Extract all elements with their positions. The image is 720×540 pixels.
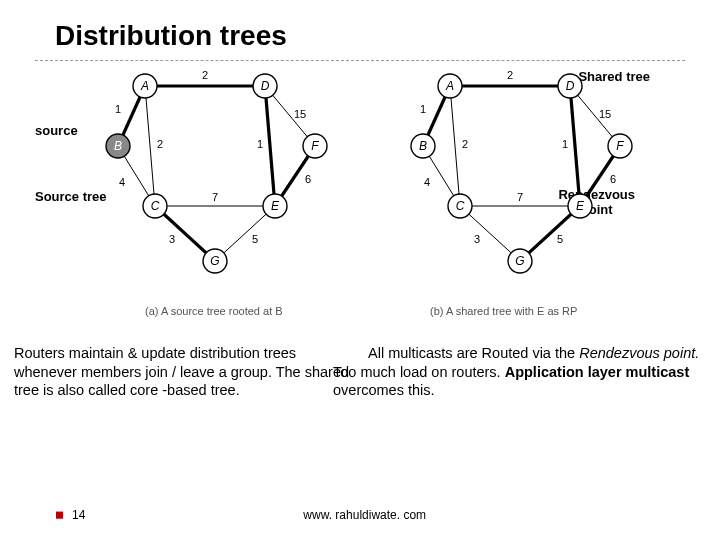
svg-text:1: 1	[420, 103, 426, 115]
svg-text:6: 6	[305, 173, 311, 185]
paragraph-right: All multicasts are Routed via the Rendez…	[368, 344, 706, 400]
caption-a: (a) A source tree rooted at B	[145, 305, 283, 317]
paragraph-row: Routers maintain & update distribution t…	[0, 326, 720, 400]
graph-right: 21215146735ADBFCEG	[405, 61, 640, 296]
svg-line-38	[450, 86, 460, 206]
svg-text:5: 5	[557, 233, 563, 245]
svg-text:B: B	[419, 139, 427, 153]
svg-text:15: 15	[599, 108, 611, 120]
svg-text:D: D	[566, 79, 575, 93]
svg-text:15: 15	[294, 108, 306, 120]
para-r2b: Application layer multicast	[505, 364, 690, 380]
svg-text:2: 2	[202, 69, 208, 81]
page-number: 14	[72, 508, 85, 522]
svg-text:G: G	[515, 254, 524, 268]
svg-text:7: 7	[212, 191, 218, 203]
svg-text:1: 1	[257, 138, 263, 150]
svg-text:1: 1	[115, 103, 121, 115]
caption-b: (b) A shared tree with E as RP	[430, 305, 577, 317]
para-r1b: Rendezvous point.	[579, 345, 699, 361]
label-source: source	[35, 123, 78, 138]
svg-text:7: 7	[517, 191, 523, 203]
svg-text:3: 3	[474, 233, 480, 245]
para-r2c: overcomes this.	[333, 382, 435, 398]
svg-line-8	[265, 86, 275, 206]
figure-area: Shared tree source Source tree Rendezvou…	[35, 61, 685, 326]
svg-text:6: 6	[610, 173, 616, 185]
svg-text:4: 4	[119, 176, 125, 188]
svg-text:B: B	[114, 139, 122, 153]
svg-text:2: 2	[157, 138, 163, 150]
svg-text:E: E	[271, 199, 280, 213]
svg-text:2: 2	[462, 138, 468, 150]
svg-text:D: D	[261, 79, 270, 93]
svg-text:C: C	[456, 199, 465, 213]
svg-text:A: A	[445, 79, 454, 93]
paragraph-right-2: Too much load on routers. Application la…	[333, 363, 706, 400]
label-source-tree: Source tree	[35, 189, 107, 204]
svg-text:F: F	[311, 139, 319, 153]
footer-url: www. rahuldiwate. com	[303, 508, 426, 522]
svg-text:F: F	[616, 139, 624, 153]
svg-text:4: 4	[424, 176, 430, 188]
svg-line-42	[570, 86, 580, 206]
svg-text:C: C	[151, 199, 160, 213]
svg-text:E: E	[576, 199, 585, 213]
svg-text:A: A	[140, 79, 149, 93]
svg-text:3: 3	[169, 233, 175, 245]
paragraph-left: Routers maintain & update distribution t…	[14, 344, 352, 400]
paragraph-right-1: All multicasts are Routed via the Rendez…	[368, 344, 706, 363]
bullet-icon: ◼	[55, 508, 64, 522]
para-r1a: All multicasts are Routed via the	[368, 345, 579, 361]
slide-title: Distribution trees	[0, 0, 720, 52]
footer: ◼ 14 www. rahuldiwate. com	[0, 508, 720, 522]
svg-text:2: 2	[507, 69, 513, 81]
graph-left: 21215146735ADBFCEG	[100, 61, 335, 296]
svg-text:5: 5	[252, 233, 258, 245]
svg-line-4	[145, 86, 155, 206]
svg-text:G: G	[210, 254, 219, 268]
para-r2a: Too much load on routers.	[333, 364, 505, 380]
svg-text:1: 1	[562, 138, 568, 150]
